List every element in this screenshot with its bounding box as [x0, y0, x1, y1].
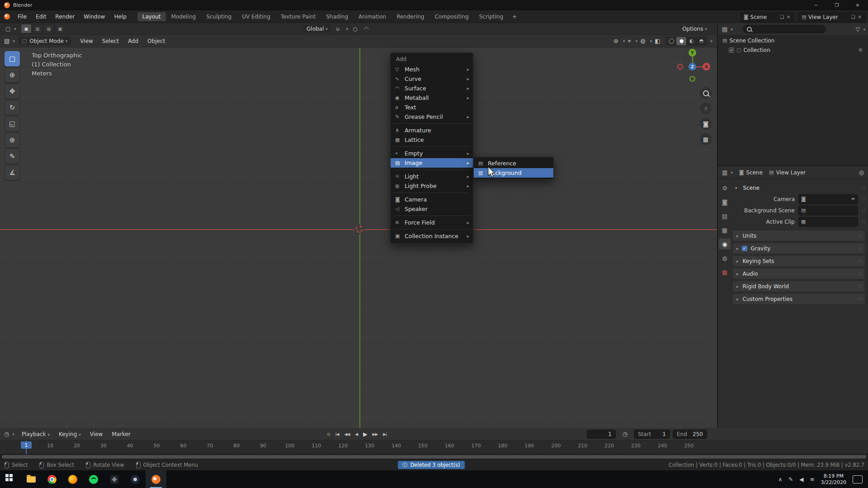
xray-toggle-icon[interactable]: ◧ [653, 38, 661, 44]
property-field-active-clip[interactable]: ▦ [798, 217, 858, 227]
new-view-layer-button[interactable]: ❏ [850, 14, 857, 19]
end-frame-field[interactable]: End 250 [673, 430, 707, 439]
start-frame-field[interactable]: Start 1 [634, 430, 670, 439]
section-keying-sets[interactable]: ▸Keying Sets∷ [732, 255, 865, 267]
editor-type-outliner-icon[interactable]: ▤ [721, 26, 729, 33]
timeline-menu-view[interactable]: View [85, 430, 107, 439]
add-menu-item-force-field[interactable]: ≋Force Field▸ [391, 218, 473, 227]
add-menu-item-empty[interactable]: ⌖Empty▸ [391, 149, 473, 158]
section-custom-properties[interactable]: ▸Custom Properties∷ [732, 293, 865, 305]
transform-orientation-dropdown[interactable]: Global ▾ [303, 24, 331, 33]
menubar-file[interactable]: File [13, 12, 31, 21]
select-mode-3[interactable]: ▦ [55, 24, 66, 33]
jump-to-next-keyframe-button[interactable]: ▶▶ [370, 431, 380, 437]
editor-type-properties-icon[interactable]: ▥ [721, 169, 729, 176]
jump-to-end-button[interactable]: ▶| [381, 431, 389, 437]
close-button[interactable]: ✕ [847, 0, 868, 10]
clock-icon[interactable]: ◷ [621, 431, 629, 437]
add-menu-item-surface[interactable]: ◠Surface▸ [391, 84, 473, 93]
properties-tab-texture[interactable]: ▩ [719, 267, 731, 277]
shading-solid-icon[interactable]: ● [676, 37, 686, 45]
workspace-tab-scripting[interactable]: Scripting [474, 12, 508, 21]
taskbar-clock[interactable]: 8:19 PM 3/22/2020 [821, 473, 846, 486]
tool-measure[interactable]: ∡ [5, 165, 20, 180]
delete-view-layer-button[interactable]: ✕ [857, 14, 863, 19]
add-menu-item-image[interactable]: ▨Image▸ [391, 158, 473, 168]
gizmo-z-axis[interactable]: Z [689, 63, 696, 70]
workspace-tab-texture-paint[interactable]: Texture Paint [276, 12, 321, 21]
new-scene-button[interactable]: ❏ [778, 14, 785, 19]
snap-magnet-icon[interactable]: ∪ [334, 26, 342, 32]
collection-checkbox[interactable]: ✓ [729, 47, 734, 53]
add-menu-item-grease-pencil[interactable]: ✎Grease Pencil▸ [391, 112, 473, 122]
tool-scale[interactable]: ◱ [5, 116, 20, 131]
tool-rotate[interactable]: ↻ [5, 100, 20, 115]
scene-panel-header[interactable]: ▾ Scene ∷ [731, 183, 866, 193]
workspace-tab-sculpting[interactable]: Sculpting [201, 12, 236, 21]
menubar-window[interactable]: Window [79, 12, 109, 21]
jump-to-prev-keyframe-button[interactable]: ◀◀ [342, 431, 352, 437]
menubar-help[interactable]: Help [109, 12, 131, 21]
tool-select-box[interactable]: ▢ [5, 51, 20, 66]
properties-tab-world[interactable]: ◍ [719, 253, 731, 263]
filter-funnel-icon[interactable]: ▽ [854, 26, 861, 33]
select-mode-1[interactable]: ▥ [32, 24, 43, 33]
tool-annotate[interactable]: ✎ [5, 149, 20, 164]
taskbar-chrome[interactable] [42, 470, 62, 488]
workspace-tab-layout[interactable]: Layout [137, 12, 166, 21]
add-menu-item-camera[interactable]: ◙Camera [391, 195, 473, 204]
add-menu-item-mesh[interactable]: ▽Mesh▸ [391, 65, 473, 74]
current-frame-badge[interactable]: 1 [21, 441, 32, 449]
gizmo-y-axis[interactable]: Y [689, 49, 696, 56]
timeline-menu-playback[interactable]: Playback▾ [17, 430, 54, 439]
viewport-menu-select[interactable]: Select [98, 37, 123, 46]
add-workspace-button[interactable]: + [509, 12, 520, 21]
play-button[interactable]: ▶ [361, 430, 369, 438]
taskbar-start[interactable] [0, 470, 21, 488]
taskbar-blender[interactable] [146, 470, 166, 488]
properties-tab-view-layer[interactable]: ▦ [719, 225, 731, 235]
properties-tab-tool[interactable]: ⚙ [719, 183, 731, 193]
add-menu-item-speaker[interactable]: ◁Speaker [391, 204, 473, 214]
viewport-3d[interactable]: Top Orthographic (1) Collection Meters ▢… [0, 47, 717, 428]
viewport-menu-view[interactable]: View [75, 37, 97, 46]
taskbar-spotify[interactable] [83, 470, 104, 488]
workspace-tab-shading[interactable]: Shading [321, 12, 353, 21]
view-layer-selector[interactable]: ▤ View Layer ❏ ✕ [798, 12, 865, 22]
tray-chevron-up-icon[interactable]: ∧ [778, 476, 782, 483]
zoom-button[interactable] [700, 87, 712, 99]
falloff-curve-icon[interactable]: ◠ [362, 26, 370, 32]
gizmo-minus-x-axis[interactable] [677, 64, 683, 70]
notification-center-button[interactable] [853, 475, 863, 483]
menubar-render[interactable]: Render [51, 12, 79, 21]
add-menu-item-text[interactable]: aText [391, 103, 473, 112]
gizmo-minus-y-axis[interactable] [689, 76, 695, 82]
property-field-camera[interactable]: ◙✒ [798, 194, 858, 204]
breadcrumb-scene[interactable]: ◙ Scene [739, 169, 763, 176]
workspace-tab-modeling[interactable]: Modeling [166, 12, 201, 21]
blender-menu-icon[interactable] [4, 14, 10, 19]
add-menu-item-curve[interactable]: ∿Curve▸ [391, 74, 473, 84]
timeline-menu-marker[interactable]: Marker [107, 430, 135, 439]
workspace-tab-compositing[interactable]: Compositing [429, 12, 473, 21]
tray-pen-icon[interactable]: ✎ [788, 476, 793, 483]
properties-tab-output[interactable]: ▤ [719, 211, 731, 221]
options-dropdown[interactable]: Options ▾ [679, 24, 711, 33]
shading-material-preview-icon[interactable]: ◐ [686, 37, 696, 45]
tool-move[interactable]: ✥ [5, 84, 20, 99]
image-submenu-item-reference[interactable]: ▤Reference [474, 159, 553, 168]
delete-scene-button[interactable]: ✕ [785, 14, 792, 19]
taskbar-file-explorer[interactable] [21, 470, 42, 488]
add-menu-item-light-probe[interactable]: ◍Light Probe▸ [391, 181, 473, 191]
section-audio[interactable]: ▸Audio∷ [732, 268, 865, 279]
viewport-menu-add[interactable]: Add [123, 37, 143, 46]
minimize-button[interactable]: ─ [806, 0, 826, 10]
visibility-eye-icon[interactable]: ⊚ [859, 47, 863, 53]
gizmo-x-axis[interactable]: X [703, 63, 710, 70]
auto-keying-button[interactable]: ⊙ [325, 431, 332, 437]
tool-cursor[interactable]: ⊕ [5, 67, 20, 83]
visibility-eye-icon[interactable]: ⊚ [612, 38, 620, 44]
workspace-tab-animation[interactable]: Animation [354, 12, 391, 21]
eyedropper-icon[interactable]: ✒ [851, 196, 855, 202]
mode-dropdown[interactable]: ▢ Object Mode ▾ [19, 37, 71, 45]
